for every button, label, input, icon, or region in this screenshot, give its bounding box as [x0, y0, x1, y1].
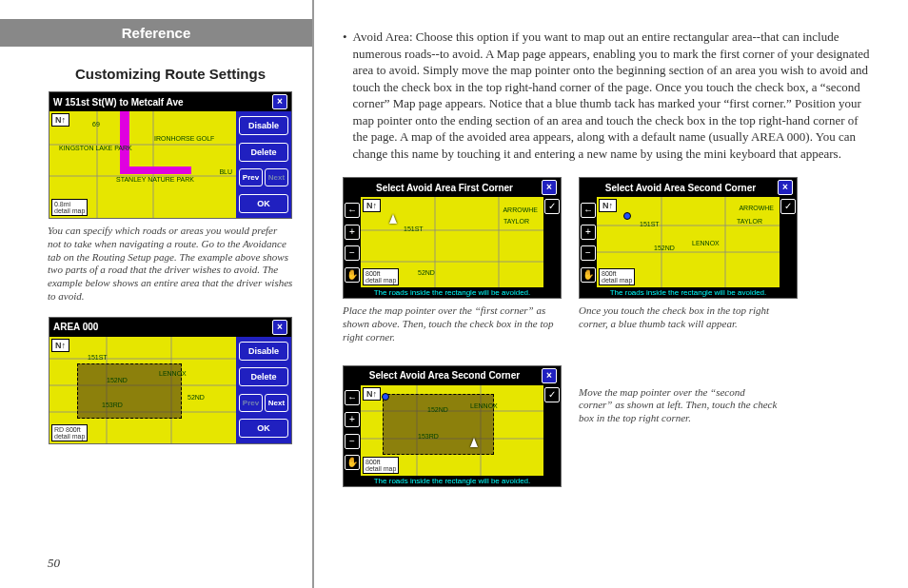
section-subtitle: Customizing Route Settings	[48, 66, 293, 82]
close-icon[interactable]: ×	[542, 368, 557, 383]
scale-box: 800ft detail map	[363, 268, 399, 285]
screenshot-titlebar: Select Avoid Area Second Corner ×	[344, 366, 561, 385]
map-label: 52ND	[188, 394, 205, 401]
check-icon[interactable]: ✓	[544, 387, 560, 402]
map-area[interactable]: N↑ 69 KINGSTON LAKE PARK IRONHORSE GOLF …	[49, 111, 236, 218]
scale-box: 0.8mi detail map	[51, 199, 88, 216]
map-pointer-icon	[389, 214, 397, 224]
screenshot-titlebar: W 151st St(W) to Metcalf Ave ×	[49, 92, 291, 111]
map-label: 52ND	[418, 269, 435, 276]
screenshot-titlebar: Select Avoid Area First Corner ×	[344, 178, 561, 197]
page-number: 50	[48, 556, 60, 571]
back-icon[interactable]: ←	[345, 390, 360, 405]
check-icon[interactable]: ✓	[780, 199, 796, 214]
map-label: TAYLOR	[503, 218, 529, 225]
next-button[interactable]: Next	[265, 394, 288, 412]
zoom-in-icon[interactable]: +	[345, 412, 360, 427]
caption-a: Place the map pointer over the “first co…	[343, 304, 560, 343]
thumbtack-icon	[623, 212, 631, 220]
caption-b: Once you touch the check box in the top …	[579, 304, 796, 331]
map-label: ARROWHE	[503, 206, 538, 213]
map-label: 69	[92, 121, 100, 127]
screenshot-avoid-road: W 151st St(W) to Metcalf Ave × N↑ 69 KIN…	[49, 91, 292, 219]
screenshot-titlebar: AREA 000 ×	[49, 318, 291, 337]
map-label: 152ND	[654, 245, 675, 251]
map-label: 153RD	[418, 433, 439, 440]
pan-icon[interactable]: ✋	[581, 267, 596, 283]
ok-button[interactable]: OK	[239, 419, 288, 438]
pan-icon[interactable]: ✋	[345, 455, 360, 470]
map-label: 151ST	[88, 354, 108, 361]
ok-button[interactable]: OK	[239, 194, 288, 213]
screenshot-footer: The roads inside the rectangle will be a…	[344, 287, 561, 298]
disable-button[interactable]: Disable	[239, 116, 288, 135]
close-icon[interactable]: ×	[272, 320, 287, 335]
confirm-sidebar: ✓	[780, 197, 797, 287]
map-label: LENNOX	[692, 240, 720, 246]
button-panel: Disable Delete Prev Next OK	[236, 111, 291, 218]
screenshot-first-corner: Select Avoid Area First Corner × ← + − ✋	[343, 177, 562, 299]
zoom-in-icon[interactable]: +	[345, 225, 360, 240]
bullet-icon: •	[343, 29, 347, 162]
north-indicator: N↑	[51, 113, 69, 127]
close-icon[interactable]: ×	[542, 180, 557, 195]
north-indicator: N↑	[363, 387, 381, 401]
map-label: 152ND	[427, 406, 448, 413]
map-label: ARROWHE	[739, 205, 774, 211]
screenshot-title: W 151st St(W) to Metcalf Ave	[53, 97, 184, 108]
map-area[interactable]: N↑ 151ST 152ND 153RD LENNOX 52ND RD 800f…	[49, 337, 236, 443]
disable-button[interactable]: Disable	[239, 342, 288, 361]
north-indicator: N↑	[599, 199, 617, 212]
map-label: KINGSTON LAKE PARK	[59, 145, 132, 151]
map-label: LENNOX	[159, 370, 187, 377]
caption-c: Move the map pointer over the “second co…	[579, 386, 779, 425]
delete-button[interactable]: Delete	[239, 143, 288, 162]
prev-button[interactable]: Prev	[239, 168, 263, 186]
prev-button[interactable]: Prev	[239, 394, 263, 412]
map-label: 153RD	[102, 402, 123, 408]
back-icon[interactable]: ←	[345, 203, 360, 218]
left-column: Reference Customizing Route Settings W 1…	[0, 0, 314, 588]
confirm-sidebar: ✓	[543, 385, 561, 476]
map-pointer-icon	[470, 438, 478, 447]
screenshot-second-corner-select: Select Avoid Area Second Corner × ← + − …	[343, 365, 562, 487]
map-area[interactable]: N↑ 151ST ARROWHE TAYLOR 52ND 800ft detai…	[361, 197, 543, 287]
screenshot-footer: The roads inside the rectangle will be a…	[344, 476, 561, 486]
pan-icon[interactable]: ✋	[345, 267, 360, 283]
paragraph-avoid-area: • Avoid Area: Choose this option if you …	[343, 29, 870, 162]
tool-sidebar: ← + − ✋	[344, 197, 361, 287]
scale-box: 800ft detail map	[363, 457, 399, 474]
check-icon[interactable]: ✓	[544, 199, 560, 214]
map-label: STANLEY NATURE PARK	[116, 176, 194, 183]
reference-heading: Reference	[0, 19, 312, 47]
zoom-out-icon[interactable]: −	[581, 245, 596, 261]
screenshot-titlebar: Select Avoid Area Second Corner ×	[580, 178, 797, 197]
screenshot-title: AREA 000	[53, 322, 98, 332]
north-indicator: N↑	[51, 339, 69, 352]
zoom-in-icon[interactable]: +	[581, 225, 596, 240]
map-label: 151ST	[404, 225, 424, 232]
thumbtack-icon	[382, 393, 389, 401]
map-label: LENNOX	[470, 402, 498, 409]
close-icon[interactable]: ×	[272, 94, 287, 109]
close-icon[interactable]: ×	[778, 180, 793, 195]
screenshot-title: Select Avoid Area Second Corner	[347, 370, 542, 381]
zoom-out-icon[interactable]: −	[345, 434, 360, 449]
map-area[interactable]: N↑ 152ND 153RD LENNOX 800ft detail map	[361, 385, 543, 476]
delete-button[interactable]: Delete	[239, 367, 288, 386]
caption-1: You can specify which roads or areas you…	[48, 225, 293, 304]
tool-sidebar: ← + − ✋	[344, 385, 361, 476]
screenshot-avoid-area: AREA 000 × N↑ 151ST 152ND 153RD LENNOX 5…	[49, 317, 292, 444]
map-area[interactable]: N↑ 151ST 152ND LENNOX ARROWHE TAYLOR 800…	[597, 197, 780, 287]
screenshot-footer: The roads inside the rectangle will be a…	[580, 287, 797, 298]
map-label: TAYLOR	[737, 218, 762, 225]
zoom-out-icon[interactable]: −	[345, 245, 360, 261]
map-label: BLU	[219, 168, 232, 175]
confirm-sidebar: ✓	[543, 197, 561, 287]
screenshot-title: Select Avoid Area First Corner	[347, 183, 542, 193]
back-icon[interactable]: ←	[581, 203, 596, 218]
map-label: 151ST	[640, 221, 660, 227]
north-indicator: N↑	[363, 199, 381, 212]
screenshot-title: Select Avoid Area Second Corner	[583, 183, 778, 193]
next-button[interactable]: Next	[265, 168, 288, 186]
